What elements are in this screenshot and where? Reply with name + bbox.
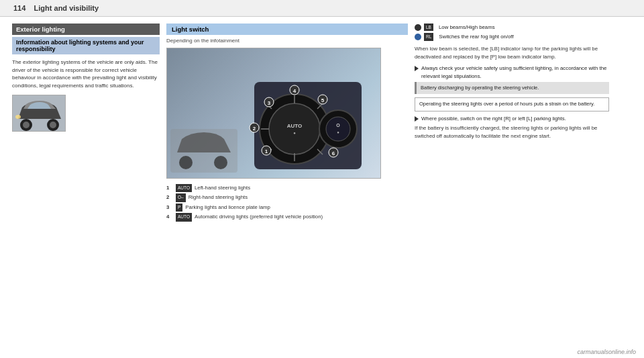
note-box-light: Operating the steering lights over a per…: [415, 97, 609, 111]
svg-text:O: O: [336, 123, 340, 128]
light-switch-subtitle: Depending on the infotainment: [166, 38, 408, 44]
car-thumbnail: [12, 95, 66, 132]
arrow-icon-2: [415, 116, 419, 122]
note-box-gray: Battery discharging by operating the ste…: [415, 82, 609, 95]
svg-text:●: ●: [337, 130, 339, 134]
arrow-row-1: Always check your vehicle safety using s…: [415, 64, 609, 80]
bullet-2: [415, 34, 421, 40]
svg-point-37: [179, 156, 193, 169]
bullet-1: [415, 24, 421, 31]
exterior-lighting-title: Exterior lighting: [12, 24, 160, 35]
list-item: 2 O– Right-hand steering lights: [166, 193, 408, 202]
page-container: 114 Light and visibility Exterior lighti…: [0, 0, 644, 358]
svg-text:3: 3: [268, 100, 271, 106]
svg-point-3: [23, 122, 30, 128]
svg-point-5: [15, 115, 21, 119]
svg-point-4: [50, 122, 56, 128]
left-column: Exterior lighting Information about ligh…: [12, 24, 160, 345]
right-row-1: LB Low beams/High beams: [415, 24, 609, 31]
svg-text:●: ●: [293, 131, 296, 135]
right-paragraph-bottom: If the battery is insufficiently charged…: [415, 124, 609, 140]
svg-text:5: 5: [321, 97, 325, 103]
svg-text:4: 4: [293, 88, 297, 94]
right-row-2: RL Switches the rear fog light on/off: [415, 33, 609, 40]
section-title: Light and visibility: [34, 4, 99, 12]
left-body-text: The exterior lighting systems of the veh…: [12, 58, 160, 89]
svg-point-21: [326, 117, 350, 141]
light-switch-title: Light switch: [166, 24, 408, 35]
middle-column: Light switch Depending on the infotainme…: [166, 24, 408, 345]
footer-watermark: carmanualsonline.info: [577, 349, 636, 355]
svg-point-38: [214, 156, 227, 169]
items-list: 1 AUTO Left-hand steering lights 2 O– Ri…: [166, 184, 408, 222]
car-silhouette-svg: [13, 95, 66, 132]
svg-text:6: 6: [332, 150, 335, 156]
svg-text:2: 2: [253, 126, 256, 132]
list-item: 1 AUTO Left-hand steering lights: [166, 184, 408, 192]
header-bar: 114 Light and visibility: [0, 0, 644, 17]
switch-image-area: AUTO ● O ●: [166, 48, 381, 179]
svg-text:AUTO: AUTO: [287, 123, 303, 129]
arrow-icon-1: [415, 66, 419, 71]
arrow-row-2: Where possible, switch on the right [R] …: [415, 115, 609, 122]
svg-text:1: 1: [265, 148, 268, 154]
right-paragraph-1: When low beam is selected, the [LB] indi…: [415, 45, 609, 60]
dashboard-svg: AUTO ● O ●: [167, 48, 381, 179]
svg-point-9: [269, 103, 320, 154]
right-column: LB Low beams/High beams RL Switches the …: [415, 24, 609, 345]
page-number: 114: [13, 4, 25, 12]
right-top-items: LB Low beams/High beams RL Switches the …: [415, 24, 609, 41]
content-area: Exterior lighting Information about ligh…: [0, 17, 644, 352]
list-item: 3 P Parking lights and licence plate lam…: [166, 204, 408, 212]
exterior-lighting-subtitle: Information about lighting systems and y…: [12, 37, 160, 54]
list-item: 4 AUTO Automatic driving lights (preferr…: [166, 213, 408, 221]
